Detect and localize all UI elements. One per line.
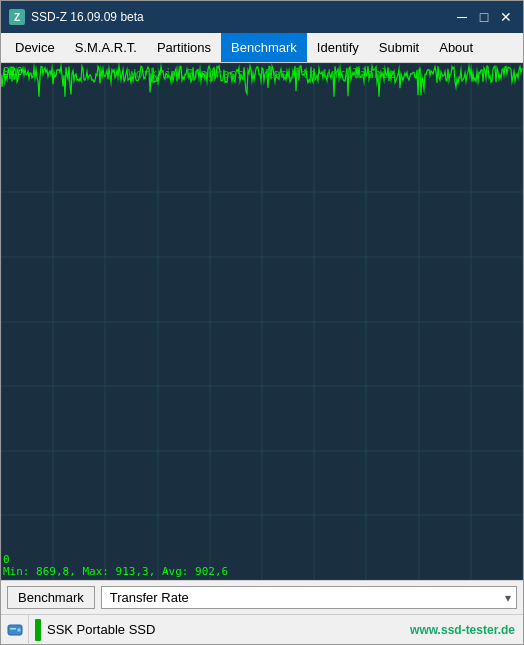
- benchmark-chart: [1, 63, 523, 580]
- transfer-rate-select-wrapper: Transfer RateAccess Time4K Random Read4K…: [101, 586, 517, 609]
- menu-item-benchmark[interactable]: Benchmark: [221, 33, 307, 62]
- device-indicator: [35, 619, 41, 641]
- device-name: SSK Portable SSD: [47, 622, 410, 637]
- maximize-button[interactable]: □: [475, 8, 493, 26]
- website-label: www.ssd-tester.de: [410, 623, 515, 637]
- status-bar: SSK Portable SSD www.ssd-tester.de: [1, 614, 523, 644]
- window-title: SSD-Z 16.09.09 beta: [31, 10, 144, 24]
- close-button[interactable]: ✕: [497, 8, 515, 26]
- menu-bar: DeviceS.M.A.R.T.PartitionsBenchmarkIdent…: [1, 33, 523, 63]
- title-bar: Z SSD-Z 16.09.09 beta ─ □ ✕: [1, 1, 523, 33]
- window-controls: ─ □ ✕: [453, 8, 515, 26]
- chart-container: 920 Work in Progress - Results Unreliabl…: [1, 63, 523, 580]
- drive-icon: [6, 621, 24, 639]
- benchmark-button[interactable]: Benchmark: [7, 586, 95, 609]
- menu-item-submit[interactable]: Submit: [369, 33, 429, 62]
- menu-item-device[interactable]: Device: [5, 33, 65, 62]
- bottom-controls: Benchmark Transfer RateAccess Time4K Ran…: [1, 580, 523, 614]
- svg-rect-1: [10, 628, 16, 630]
- status-icon: [1, 615, 29, 645]
- svg-point-2: [17, 628, 21, 632]
- title-bar-left: Z SSD-Z 16.09.09 beta: [9, 9, 144, 25]
- metric-select[interactable]: Transfer RateAccess Time4K Random Read4K…: [101, 586, 517, 609]
- menu-item-identify[interactable]: Identify: [307, 33, 369, 62]
- menu-item-smart[interactable]: S.M.A.R.T.: [65, 33, 147, 62]
- content-area: 920 Work in Progress - Results Unreliabl…: [1, 63, 523, 580]
- menu-item-partitions[interactable]: Partitions: [147, 33, 221, 62]
- minimize-button[interactable]: ─: [453, 8, 471, 26]
- chart-stats: Min: 869,8, Max: 913,3, Avg: 902,6: [3, 565, 228, 578]
- menu-item-about[interactable]: About: [429, 33, 483, 62]
- chart-title: Work in Progress - Results Unreliable: [1, 67, 523, 81]
- main-window: Z SSD-Z 16.09.09 beta ─ □ ✕ DeviceS.M.A.…: [0, 0, 524, 645]
- app-icon: Z: [9, 9, 25, 25]
